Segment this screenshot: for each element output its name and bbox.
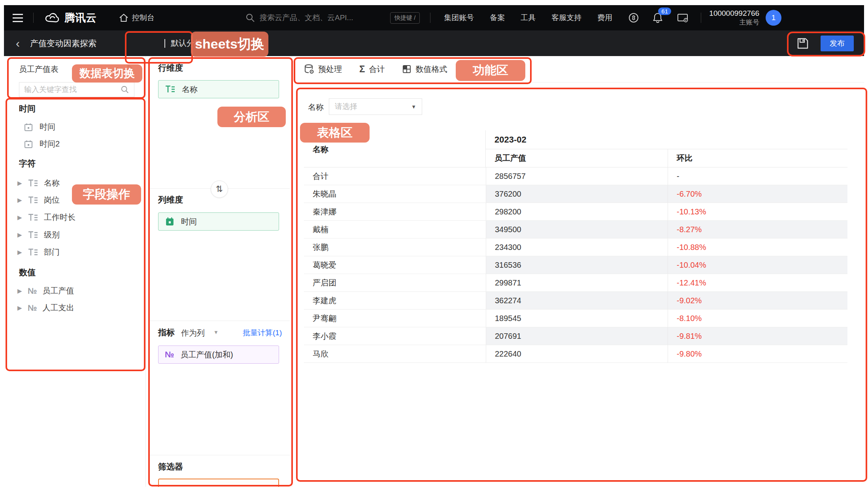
calendar-icon <box>24 122 33 132</box>
row-dimension-chip-name[interactable]: 名称 <box>158 80 279 98</box>
notification-bell-icon[interactable]: 61 <box>653 12 663 23</box>
calendar-icon <box>165 217 175 227</box>
batch-calc-link[interactable]: 批量计算(1) <box>243 328 282 338</box>
cell-name: 李建虎 <box>304 292 486 309</box>
cell-name: 李小霞 <box>304 327 486 345</box>
table-row[interactable]: 葛晓爱316536-10.04% <box>304 256 847 274</box>
caret-right-icon[interactable]: ▶ <box>17 214 28 221</box>
cell-ratio: -12.41% <box>668 274 847 291</box>
brand-name[interactable]: 腾讯云 <box>64 11 96 25</box>
sheet-selector[interactable]: 默认分析 <box>171 38 202 49</box>
publish-button[interactable]: 发布 <box>821 36 854 51</box>
col-dimension-title: 列维度 <box>158 194 183 205</box>
caret-right-icon[interactable]: ▶ <box>17 304 28 312</box>
help-circle-icon[interactable] <box>628 12 639 23</box>
field-item-name[interactable]: ▶ 名称 <box>17 178 60 188</box>
datatable-selector[interactable]: 员工产值表 <box>19 64 58 75</box>
table-row[interactable]: 马欣222640-9.80% <box>304 345 847 363</box>
column-header-value: 员工产值 <box>486 149 668 167</box>
column-header-ratio: 环比 <box>668 149 847 167</box>
search-icon <box>245 13 255 23</box>
cell-value: 298200 <box>486 203 668 220</box>
cell-value: 376200 <box>486 185 668 203</box>
metric-mode-dropdown[interactable]: 作为列 <box>181 328 205 338</box>
number-format-button[interactable]: 数值格式 <box>402 64 447 75</box>
cell-name: 张鹏 <box>304 238 486 256</box>
caret-right-icon[interactable]: ▶ <box>17 180 28 187</box>
cell-value: 316536 <box>486 256 668 274</box>
caret-right-icon[interactable]: ▶ <box>17 249 28 256</box>
edit-pencil-icon[interactable]: ✎ <box>126 63 134 73</box>
cell-ratio: -10.88% <box>668 238 847 256</box>
app-frame: 腾讯云 控制台 搜索云产品、文档、云API... 快捷键 / 集团账号 备案 工… <box>0 0 868 492</box>
cell-value: 222640 <box>486 345 668 362</box>
text-field-icon <box>28 179 38 188</box>
chevron-down-icon: ▼ <box>213 329 219 335</box>
cell-ratio: -6.70% <box>668 185 847 203</box>
save-icon[interactable] <box>796 37 810 50</box>
table-row[interactable]: 李建虎362274-9.02% <box>304 292 847 310</box>
nav-beian[interactable]: 备案 <box>490 13 505 23</box>
console-link[interactable]: 控制台 <box>132 13 155 23</box>
row-dimension-title: 行维度 <box>158 62 183 73</box>
metric-chip[interactable]: № 员工产值(加和) <box>158 346 279 364</box>
search-icon <box>121 85 129 94</box>
table-row[interactable]: 张鹏234300-10.88% <box>304 238 847 256</box>
group-title-text: 字符 <box>19 158 36 169</box>
number-field-icon: № <box>28 286 37 296</box>
swap-dimensions-icon[interactable]: ⇅ <box>211 180 228 198</box>
preprocess-button[interactable]: 预处理 <box>304 64 342 75</box>
table-row[interactable]: 秦津娜298200-10.13% <box>304 203 847 221</box>
table-toolbar: 预处理 Σ 合计 数值格式 <box>294 56 864 83</box>
cell-name: 戴楠 <box>304 221 486 238</box>
field-item-time[interactable]: 时间 <box>24 122 55 132</box>
text-field-icon <box>28 213 38 222</box>
cell-name: 合计 <box>304 167 486 185</box>
top-navbar: 腾讯云 控制台 搜索云产品、文档、云API... 快捷键 / 集团账号 备案 工… <box>4 5 864 30</box>
total-button[interactable]: Σ 合计 <box>359 64 385 75</box>
chevron-down-icon: ▼ <box>411 104 416 110</box>
caret-right-icon[interactable]: ▶ <box>17 287 28 295</box>
number-field-icon: № <box>165 350 174 359</box>
notification-count-badge: 61 <box>658 8 671 15</box>
table-row[interactable]: 戴楠349500-8.27% <box>304 221 847 238</box>
table-row[interactable]: 李小霞207691-9.81% <box>304 327 847 345</box>
nav-support[interactable]: 客服支持 <box>551 13 581 23</box>
cell-ratio: -9.81% <box>668 327 847 345</box>
field-item-output-value[interactable]: ▶ № 员工产值 <box>17 285 74 296</box>
field-item-department[interactable]: ▶ 部门 <box>17 247 60 257</box>
nav-tools[interactable]: 工具 <box>521 13 536 23</box>
field-item-time2[interactable]: 时间2 <box>24 139 60 149</box>
table-row[interactable]: 尹骞翩189545-8.10% <box>304 310 847 327</box>
avatar[interactable]: 1 <box>766 10 781 26</box>
table-row[interactable]: 朱晓晶376200-6.70% <box>304 185 847 203</box>
nav-group-account[interactable]: 集团账号 <box>444 13 474 23</box>
caret-right-icon[interactable]: ▶ <box>17 197 28 204</box>
table-row[interactable]: 严启团299871-12.41% <box>304 274 847 292</box>
pivot-table: 2023-02 员工产值 环比 名称 合计2856757-朱晓晶376200-6… <box>304 130 847 363</box>
col-dimension-chip-time[interactable]: 时间 <box>158 212 279 231</box>
cell-name: 葛晓爱 <box>304 256 486 274</box>
name-filter-select[interactable]: 请选择 ▼ <box>329 98 422 115</box>
field-item-workhours[interactable]: ▶ 工作时长 <box>17 212 75 223</box>
hamburger-menu-icon[interactable] <box>13 14 23 22</box>
console-settings-icon[interactable] <box>677 12 689 23</box>
cell-ratio: -9.02% <box>668 292 847 309</box>
metric-title: 指标 <box>158 327 175 338</box>
chevron-down-icon[interactable]: ▼ <box>114 66 119 72</box>
table-row[interactable]: 合计2856757- <box>304 167 847 185</box>
global-search-input[interactable]: 搜索云产品、文档、云API... <box>260 13 390 23</box>
caret-right-icon[interactable]: ▶ <box>17 231 28 238</box>
field-item-labor-cost[interactable]: ▶ № 人工支出 <box>17 302 74 313</box>
cell-value: 2856757 <box>486 167 668 185</box>
cell-ratio: -10.13% <box>668 203 847 220</box>
cloud-logo-icon[interactable] <box>45 12 60 24</box>
filter-section-title: 筛选器 <box>158 461 183 472</box>
page-title: 产值变动因素探索 <box>30 38 96 49</box>
field-item-post[interactable]: ▶ 岗位 <box>17 195 60 205</box>
field-search-input[interactable]: 输入关键字查找 <box>19 82 134 97</box>
annotation-box-analysis <box>148 57 293 486</box>
preprocess-db-icon <box>304 64 314 74</box>
nav-billing[interactable]: 费用 <box>597 13 612 23</box>
field-item-level[interactable]: ▶ 级别 <box>17 229 60 240</box>
